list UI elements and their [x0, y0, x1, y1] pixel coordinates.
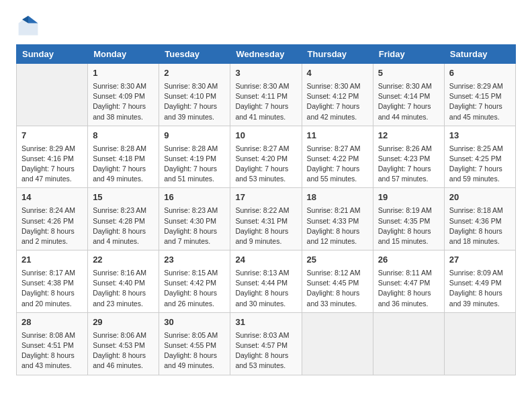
- sunrise-text: Sunrise: 8:08 AM: [21, 330, 83, 340]
- day-number: 15: [93, 191, 154, 204]
- sunrise-text: Sunrise: 8:23 AM: [93, 205, 154, 216]
- daylight-text: Daylight: 7 hours and 53 minutes.: [235, 164, 296, 184]
- day-number: 13: [449, 130, 511, 142]
- calendar-cell: 31Sunrise: 8:03 AMSunset: 4:57 PMDayligh…: [230, 312, 302, 375]
- daylight-text: Daylight: 8 hours and 2 minutes.: [21, 226, 83, 246]
- sunrise-text: Sunrise: 8:24 AM: [21, 205, 83, 216]
- sunset-text: Sunset: 4:36 PM: [449, 216, 511, 226]
- calendar-cell: [444, 312, 515, 375]
- calendar-cell: 25Sunrise: 8:12 AMSunset: 4:45 PMDayligh…: [302, 250, 373, 313]
- sunset-text: Sunset: 4:15 PM: [449, 91, 511, 101]
- calendar-cell: 27Sunrise: 8:09 AMSunset: 4:49 PMDayligh…: [444, 250, 515, 313]
- day-number: 14: [21, 191, 83, 204]
- day-number: 17: [235, 191, 296, 204]
- sunset-text: Sunset: 4:28 PM: [93, 216, 154, 226]
- sunset-text: Sunset: 4:16 PM: [21, 154, 83, 164]
- sunrise-text: Sunrise: 8:16 AM: [93, 268, 154, 278]
- sunrise-text: Sunrise: 8:27 AM: [235, 144, 296, 154]
- daylight-text: Daylight: 8 hours and 39 minutes.: [449, 288, 511, 308]
- calendar-cell: 8Sunrise: 8:28 AMSunset: 4:18 PMDaylight…: [88, 126, 159, 188]
- week-row-5: 28Sunrise: 8:08 AMSunset: 4:51 PMDayligh…: [17, 312, 516, 375]
- sunrise-text: Sunrise: 8:05 AM: [164, 330, 225, 340]
- daylight-text: Daylight: 7 hours and 57 minutes.: [378, 164, 439, 184]
- day-number: 21: [21, 254, 83, 267]
- sunset-text: Sunset: 4:35 PM: [378, 216, 439, 226]
- daylight-text: Daylight: 7 hours and 55 minutes.: [307, 164, 368, 184]
- sunrise-text: Sunrise: 8:28 AM: [93, 144, 154, 154]
- calendar-cell: 30Sunrise: 8:05 AMSunset: 4:55 PMDayligh…: [159, 312, 230, 375]
- day-number: 27: [449, 254, 511, 267]
- sunset-text: Sunset: 4:51 PM: [21, 340, 83, 351]
- calendar-cell: [302, 312, 373, 375]
- sunrise-text: Sunrise: 8:19 AM: [378, 205, 439, 216]
- sunrise-text: Sunrise: 8:03 AM: [235, 330, 296, 340]
- day-number: 4: [307, 67, 368, 80]
- day-number: 19: [378, 191, 439, 204]
- calendar-cell: 1Sunrise: 8:30 AMSunset: 4:09 PMDaylight…: [88, 64, 159, 126]
- calendar-cell: 15Sunrise: 8:23 AMSunset: 4:28 PMDayligh…: [88, 188, 159, 250]
- sunset-text: Sunset: 4:19 PM: [164, 154, 225, 164]
- weekday-header-sunday: Sunday: [17, 45, 88, 64]
- sunrise-text: Sunrise: 8:29 AM: [21, 144, 83, 154]
- day-number: 22: [93, 254, 154, 267]
- calendar-cell: 6Sunrise: 8:29 AMSunset: 4:15 PMDaylight…: [444, 64, 515, 126]
- weekday-header-friday: Friday: [373, 45, 444, 64]
- header: [16, 13, 516, 38]
- day-number: 9: [164, 130, 225, 142]
- sunrise-text: Sunrise: 8:27 AM: [307, 144, 368, 154]
- calendar-cell: 5Sunrise: 8:30 AMSunset: 4:14 PMDaylight…: [373, 64, 444, 126]
- logo: [16, 13, 43, 38]
- weekday-header-saturday: Saturday: [444, 45, 515, 64]
- sunrise-text: Sunrise: 8:25 AM: [449, 144, 511, 154]
- sunset-text: Sunset: 4:18 PM: [93, 154, 154, 164]
- sunset-text: Sunset: 4:14 PM: [378, 91, 439, 101]
- day-number: 25: [307, 254, 368, 267]
- day-number: 8: [93, 130, 154, 142]
- calendar-cell: 18Sunrise: 8:21 AMSunset: 4:33 PMDayligh…: [302, 188, 373, 250]
- daylight-text: Daylight: 8 hours and 12 minutes.: [307, 226, 368, 246]
- sunset-text: Sunset: 4:31 PM: [235, 216, 296, 226]
- daylight-text: Daylight: 8 hours and 30 minutes.: [235, 288, 296, 308]
- sunset-text: Sunset: 4:33 PM: [307, 216, 368, 226]
- sunrise-text: Sunrise: 8:30 AM: [307, 81, 368, 91]
- sunset-text: Sunset: 4:25 PM: [449, 154, 511, 164]
- daylight-text: Daylight: 8 hours and 7 minutes.: [164, 226, 225, 246]
- day-number: 29: [93, 316, 154, 329]
- calendar-cell: 7Sunrise: 8:29 AMSunset: 4:16 PMDaylight…: [17, 126, 88, 188]
- calendar-cell: 4Sunrise: 8:30 AMSunset: 4:12 PMDaylight…: [302, 64, 373, 126]
- sunset-text: Sunset: 4:47 PM: [378, 278, 439, 288]
- calendar-table: SundayMondayTuesdayWednesdayThursdayFrid…: [16, 44, 516, 375]
- sunset-text: Sunset: 4:57 PM: [235, 340, 296, 351]
- sunrise-text: Sunrise: 8:11 AM: [378, 268, 439, 278]
- sunrise-text: Sunrise: 8:29 AM: [449, 81, 511, 91]
- sunset-text: Sunset: 4:44 PM: [235, 278, 296, 288]
- calendar-cell: 16Sunrise: 8:23 AMSunset: 4:30 PMDayligh…: [159, 188, 230, 250]
- daylight-text: Daylight: 8 hours and 23 minutes.: [93, 288, 154, 308]
- daylight-text: Daylight: 8 hours and 20 minutes.: [21, 288, 83, 308]
- daylight-text: Daylight: 8 hours and 36 minutes.: [378, 288, 439, 308]
- svg-marker-1: [28, 16, 38, 24]
- sunset-text: Sunset: 4:45 PM: [307, 278, 368, 288]
- calendar-cell: 17Sunrise: 8:22 AMSunset: 4:31 PMDayligh…: [230, 188, 302, 250]
- page: SundayMondayTuesdayWednesdayThursdayFrid…: [0, 0, 532, 411]
- weekday-header-wednesday: Wednesday: [230, 45, 302, 64]
- sunset-text: Sunset: 4:09 PM: [93, 91, 154, 101]
- calendar-cell: 14Sunrise: 8:24 AMSunset: 4:26 PMDayligh…: [17, 188, 88, 250]
- calendar-cell: 9Sunrise: 8:28 AMSunset: 4:19 PMDaylight…: [159, 126, 230, 188]
- day-number: 23: [164, 254, 225, 267]
- day-number: 18: [307, 191, 368, 204]
- calendar-cell: 12Sunrise: 8:26 AMSunset: 4:23 PMDayligh…: [373, 126, 444, 188]
- daylight-text: Daylight: 8 hours and 46 minutes.: [93, 351, 154, 371]
- sunset-text: Sunset: 4:11 PM: [235, 91, 296, 101]
- day-number: 24: [235, 254, 296, 267]
- weekday-header-tuesday: Tuesday: [159, 45, 230, 64]
- sunrise-text: Sunrise: 8:26 AM: [378, 144, 439, 154]
- weekday-header-thursday: Thursday: [302, 45, 373, 64]
- daylight-text: Daylight: 7 hours and 47 minutes.: [21, 164, 83, 184]
- sunrise-text: Sunrise: 8:09 AM: [449, 268, 511, 278]
- day-number: 30: [164, 316, 225, 329]
- daylight-text: Daylight: 8 hours and 18 minutes.: [449, 226, 511, 246]
- calendar-cell: 10Sunrise: 8:27 AMSunset: 4:20 PMDayligh…: [230, 126, 302, 188]
- sunrise-text: Sunrise: 8:21 AM: [307, 205, 368, 216]
- calendar-cell: 22Sunrise: 8:16 AMSunset: 4:40 PMDayligh…: [88, 250, 159, 313]
